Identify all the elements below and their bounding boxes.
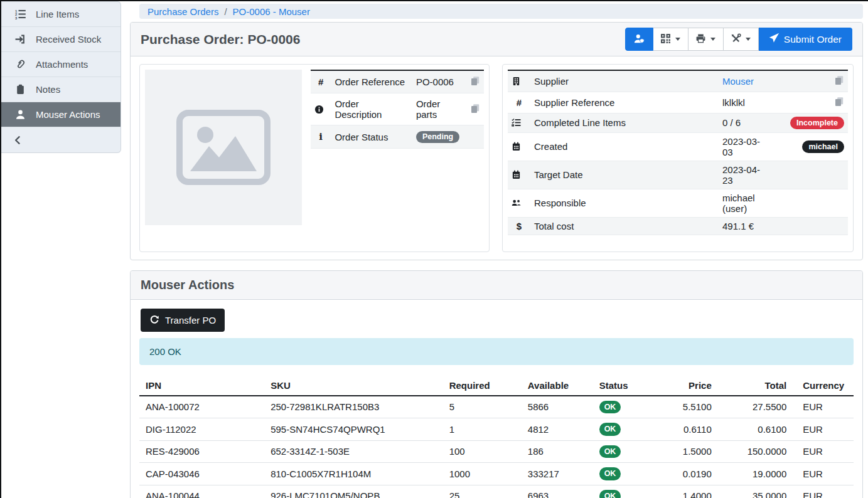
sidebar-item-attachments[interactable]: Attachments [1, 52, 121, 77]
ok-badge: OK [599, 401, 621, 414]
cell-currency: EUR [793, 463, 854, 485]
order-details-area: # Order Reference PO-0006 Order Descript… [131, 56, 862, 260]
submit-order-label: Submit Order [784, 34, 842, 45]
sidebar-collapse-button[interactable] [1, 127, 121, 152]
copy-icon[interactable] [834, 75, 844, 85]
paper-plane-icon [769, 33, 780, 46]
col-sku: SKU [264, 376, 443, 396]
copy-icon[interactable] [470, 103, 480, 114]
calendar-icon [512, 170, 527, 179]
cell-total: 35.0000 [718, 485, 793, 498]
status-badge: Pending [416, 131, 459, 144]
paperclip-icon [14, 59, 26, 70]
ok-badge: OK [599, 445, 621, 458]
cell-sku: 926-LMC7101QM5/NOPB [264, 485, 443, 498]
supplier-details-table: Supplier Mouser # Supplier Reference lkl… [508, 70, 848, 235]
sidebar-item-label: Attachments [36, 59, 88, 70]
purchase-order-header: Purchase Order: PO-0006 [131, 23, 862, 56]
sidebar-item-received-stock[interactable]: Received Stock [1, 27, 121, 52]
table-row: RES-429006652-3314Z-1-503E100186OK1.5000… [139, 440, 854, 463]
cell-available: 5866 [522, 396, 593, 418]
list-ol-icon: 123 [14, 9, 26, 19]
cell-status: OK [593, 485, 657, 498]
mouser-actions-panel: Mouser Actions Transfer PO 200 OK IPN SK… [130, 270, 863, 498]
user-icon [14, 109, 26, 120]
user-badge: michael [802, 140, 844, 153]
response-alert: 200 OK [139, 338, 854, 365]
cell-status: OK [593, 463, 657, 485]
mouser-actions-body: Transfer PO 200 OK IPN SKU Required Avai… [131, 300, 862, 498]
purchase-order-panel: Purchase Order: PO-0006 [130, 22, 863, 260]
cell-status: OK [593, 396, 657, 418]
table-row: DIG-112022595-SN74HCS74QPWRQ114812OK0.61… [139, 418, 854, 441]
detail-row-order-reference: # Order Reference PO-0006 [311, 70, 484, 93]
cell-required: 25 [443, 485, 522, 498]
ok-badge: OK [599, 423, 621, 436]
cell-price: 1.4000 [657, 485, 718, 498]
transfer-po-label: Transfer PO [165, 315, 216, 326]
breadcrumb-link-po[interactable]: PO-0006 - Mouser [233, 6, 310, 17]
cell-total: 150.0000 [718, 440, 793, 463]
detail-row-target-date: Target Date 2023-04-23 [508, 161, 848, 189]
sidebar-item-line-items[interactable]: 123 Line Items [1, 2, 121, 27]
app-root: 123 Line Items Received Stock Attachment… [1, 1, 868, 498]
clipboard-icon [14, 84, 26, 95]
mouser-table-body: ANA-100072250-72981KLRATR150B355866OK5.5… [139, 396, 854, 498]
cell-required: 1000 [443, 463, 522, 485]
hash-icon: # [318, 77, 323, 87]
supplier-link[interactable]: Mouser [722, 76, 754, 87]
table-row: ANA-100044926-LMC7101QM5/NOPB256963OK1.4… [139, 485, 854, 498]
order-summary-card: # Order Reference PO-0006 Order Descript… [139, 64, 490, 252]
breadcrumb-link-purchase-orders[interactable]: Purchase Orders [147, 6, 218, 17]
transfer-po-button[interactable]: Transfer PO [141, 309, 225, 332]
cell-status: OK [593, 440, 657, 463]
users-icon [512, 198, 527, 208]
cell-currency: EUR [793, 485, 854, 498]
mouser-actions-header: Mouser Actions [131, 271, 862, 300]
cell-sku: 250-72981KLRATR150B3 [264, 396, 443, 418]
cell-currency: EUR [793, 440, 854, 463]
col-total: Total [718, 376, 793, 396]
caret-down-icon [710, 38, 715, 41]
cell-currency: EUR [793, 396, 854, 418]
dollar-icon: $ [517, 221, 522, 231]
sidebar-item-label: Line Items [36, 9, 79, 19]
detail-row-supplier: Supplier Mouser [508, 70, 848, 92]
barcode-dropdown-button[interactable] [653, 28, 689, 51]
breadcrumb: Purchase Orders / PO-0006 - Mouser [139, 4, 863, 19]
user-roles-button[interactable] [625, 28, 653, 51]
cell-sku: 595-SN74HCS74QPWRQ1 [264, 418, 443, 441]
cell-price: 1.5000 [657, 440, 718, 463]
mouser-actions-title: Mouser Actions [141, 278, 234, 292]
detail-row-supplier-reference: # Supplier Reference lklklkl [508, 92, 848, 113]
detail-row-completed-line-items: Completed Line Items 0 / 6 Incomplete [508, 113, 848, 132]
actions-dropdown-button[interactable] [724, 28, 759, 51]
breadcrumb-separator: / [224, 6, 227, 17]
col-status: Status [593, 376, 657, 396]
cell-available: 4812 [522, 418, 593, 441]
col-ipn: IPN [139, 376, 264, 396]
tasks-icon [512, 118, 527, 127]
copy-icon[interactable] [470, 76, 480, 86]
calendar-icon [512, 142, 527, 151]
copy-icon[interactable] [834, 97, 844, 107]
cell-ipn: CAP-043046 [139, 463, 264, 485]
content: Purchase Orders / PO-0006 - Mouser Purch… [130, 1, 863, 498]
mouser-parts-table: IPN SKU Required Available Status Price … [139, 376, 854, 498]
detail-row-order-description: Order Description Order parts [311, 93, 484, 125]
sidebar-item-mouser-actions[interactable]: Mouser Actions [1, 102, 121, 127]
cell-required: 1 [443, 418, 522, 441]
col-required: Required [443, 376, 522, 396]
cell-available: 6963 [522, 485, 593, 498]
col-price: Price [657, 376, 718, 396]
cell-total: 0.6100 [718, 418, 793, 441]
sidebar-item-notes[interactable]: Notes [1, 77, 121, 102]
table-row: ANA-100072250-72981KLRATR150B355866OK5.5… [139, 396, 854, 418]
order-toolbar: Submit Order [625, 28, 852, 51]
supplier-details-card: Supplier Mouser # Supplier Reference lkl… [502, 64, 854, 252]
submit-order-button[interactable]: Submit Order [759, 28, 852, 51]
caret-down-icon [675, 38, 680, 41]
sidebar-item-label: Notes [36, 84, 60, 95]
sign-in-icon [14, 34, 26, 45]
print-dropdown-button[interactable] [689, 28, 724, 51]
